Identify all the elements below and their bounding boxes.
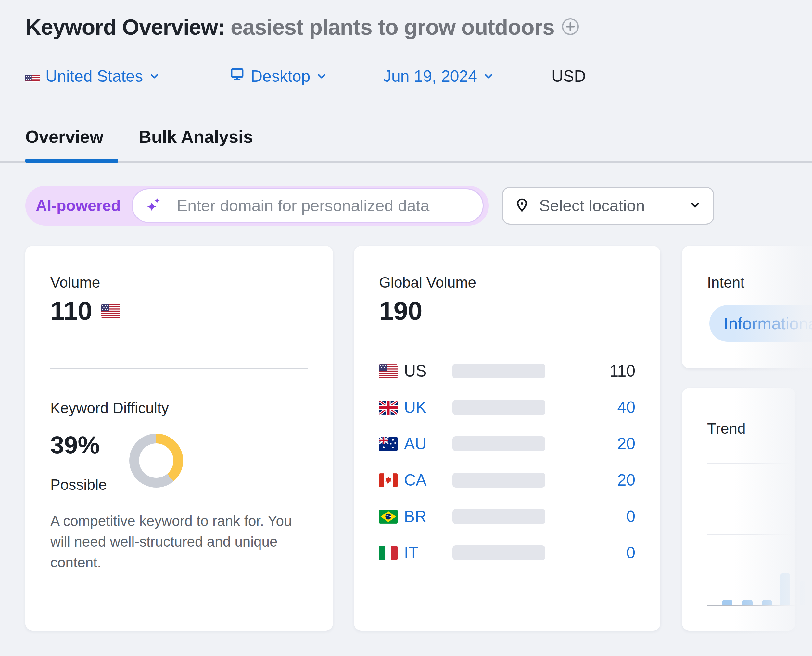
country-volume-value: 110 [545, 362, 635, 381]
country-selector-label: United States [45, 67, 143, 86]
kd-percent: 39% [50, 433, 100, 457]
device-selector-label: Desktop [251, 67, 310, 86]
kd-description: A competitive keyword to rank for. You w… [50, 511, 313, 572]
it-flag-icon [379, 546, 398, 560]
sparkle-icon [144, 196, 163, 215]
country-volume-value: 40 [545, 398, 635, 417]
device-selector[interactable]: Desktop [229, 66, 327, 86]
country-code: CA [404, 471, 452, 489]
country-code: IT [404, 543, 452, 562]
ca-flag-icon [379, 473, 398, 487]
volume-value: 110 [50, 298, 92, 324]
country-row-br[interactable]: BR 0 [379, 509, 635, 524]
tab-divider [0, 161, 812, 162]
country-volume-value: 0 [545, 507, 635, 526]
trend-axis-baseline [707, 605, 795, 606]
chevron-down-icon [689, 199, 702, 213]
global-volume-card: Global Volume 190 US 110 UK 40 AU 20 CA … [354, 246, 660, 631]
select-location-button[interactable]: Select location [502, 187, 714, 224]
country-row-us: US 110 [379, 364, 635, 379]
uk-flag-icon [379, 401, 398, 415]
kd-donut-chart [129, 434, 183, 487]
country-code: AU [404, 434, 452, 453]
country-volume-bar [452, 545, 545, 560]
intent-badge[interactable]: Informational [709, 305, 812, 342]
trend-gridline [707, 534, 793, 535]
page-title-prefix: Keyword Overview: [25, 15, 231, 39]
trend-bar [762, 600, 772, 605]
country-volume-value: 20 [545, 434, 635, 453]
trend-bar [722, 600, 732, 605]
br-flag-icon [379, 510, 398, 524]
add-keyword-button[interactable] [562, 15, 579, 40]
volume-card-title: Volume [50, 274, 100, 291]
chevron-down-icon [316, 67, 327, 86]
filter-bar: United States Desktop Jun 19, 2024 USD [25, 66, 787, 86]
trend-bar [742, 600, 753, 605]
country-volume-bar [452, 473, 545, 487]
chevron-down-icon [149, 67, 160, 86]
chevron-down-icon [483, 67, 494, 86]
us-flag-icon [101, 304, 120, 318]
page-title: Keyword Overview: easiest plants to grow… [25, 14, 579, 42]
country-row-it[interactable]: IT 0 [379, 545, 635, 560]
kd-level: Possible [50, 476, 107, 494]
country-volume-bar [452, 364, 545, 379]
desktop-icon [229, 67, 245, 86]
card-divider [50, 368, 308, 370]
us-flag-icon [25, 71, 40, 82]
trend-card: Trend [682, 388, 795, 631]
currency-label: USD [552, 66, 586, 86]
trend-bar [780, 573, 790, 605]
plus-circle-icon [562, 18, 579, 36]
country-row-uk[interactable]: UK 40 [379, 400, 635, 415]
country-volume-value: 20 [545, 471, 635, 489]
domain-input-placeholder: Enter domain for personalized data [177, 196, 429, 215]
country-row-au[interactable]: AU 20 [379, 436, 635, 451]
ai-domain-bar: AI-powered Enter domain for personalized… [25, 186, 489, 226]
intent-card: Intent Informational [682, 246, 812, 368]
country-row-ca[interactable]: CA 20 [379, 473, 635, 487]
active-tab-indicator [25, 159, 118, 162]
kd-title: Keyword Difficulty [50, 399, 169, 417]
country-volume-bar [452, 400, 545, 415]
ai-powered-badge: AI-powered [36, 197, 121, 215]
trend-title: Trend [707, 420, 745, 437]
country-selector[interactable]: United States [25, 66, 160, 86]
trend-gridline [707, 463, 793, 464]
tab-bulk-analysis[interactable]: Bulk Analysis [139, 127, 253, 147]
select-location-label: Select location [539, 196, 679, 215]
date-selector-label: Jun 19, 2024 [383, 67, 477, 86]
country-code: BR [404, 507, 452, 526]
domain-input[interactable]: Enter domain for personalized data [132, 188, 483, 223]
location-pin-icon [514, 198, 529, 214]
volume-value-row: 110 [50, 298, 120, 324]
date-selector[interactable]: Jun 19, 2024 [383, 66, 494, 86]
global-volume-title: Global Volume [379, 274, 476, 291]
au-flag-icon [379, 437, 398, 451]
country-code: UK [404, 398, 452, 417]
global-volume-value: 190 [379, 298, 422, 324]
country-code: US [404, 362, 452, 381]
volume-card: Volume 110 Keyword Difficulty 39% Possib… [25, 246, 333, 631]
us-flag-icon [379, 364, 398, 378]
page-title-keyword: easiest plants to grow outdoors [231, 15, 555, 39]
trend-bar-cutoff [800, 581, 805, 605]
tab-overview[interactable]: Overview [25, 127, 103, 147]
country-volume-bar [452, 436, 545, 451]
intent-title: Intent [707, 274, 744, 291]
country-volume-bar [452, 509, 545, 524]
intent-badge-label: Informational [724, 314, 812, 333]
country-volume-value: 0 [545, 543, 635, 562]
keyword-overview-page: Keyword Overview: easiest plants to grow… [0, 0, 812, 656]
